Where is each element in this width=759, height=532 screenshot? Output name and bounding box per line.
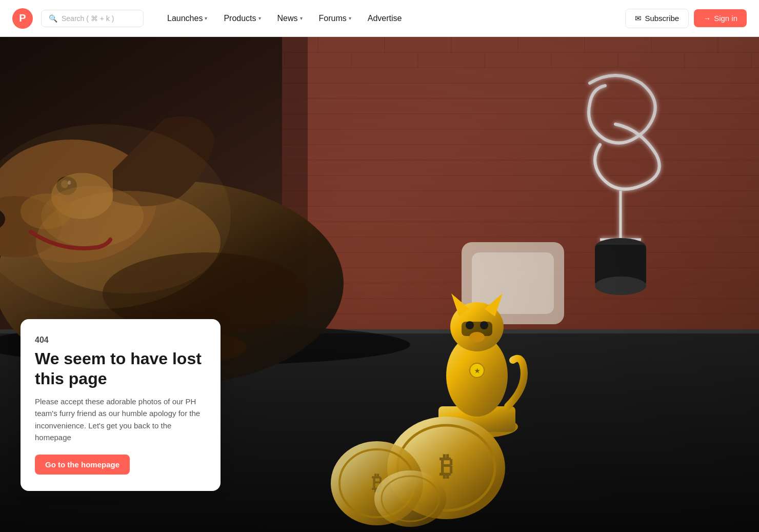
subscribe-icon: ✉ xyxy=(635,14,642,23)
nav-launches-label: Launches xyxy=(167,14,203,23)
signin-icon: → xyxy=(703,14,711,23)
nav-forums-label: Forums xyxy=(319,14,347,23)
chevron-down-icon: ▾ xyxy=(205,15,207,21)
subscribe-label: Subscribe xyxy=(645,14,679,23)
signin-label: Sign in xyxy=(714,14,737,23)
search-bar[interactable]: 🔍 Search ( ⌘ + k ) xyxy=(41,10,144,27)
hero-background: ★ ₿ ₿ xyxy=(0,37,759,532)
error-description: Please accept these adorable photos of o… xyxy=(35,396,206,443)
nav-right: ✉ Subscribe → Sign in xyxy=(625,9,747,28)
nav-item-news[interactable]: News ▾ xyxy=(270,10,310,27)
go-to-homepage-button[interactable]: Go to the homepage xyxy=(35,455,130,475)
navbar: P 🔍 Search ( ⌘ + k ) Launches ▾ Products… xyxy=(0,0,759,37)
subscribe-button[interactable]: ✉ Subscribe xyxy=(625,9,689,28)
search-icon: 🔍 xyxy=(49,14,57,23)
error-card: 404 We seem to have lost this page Pleas… xyxy=(21,319,221,491)
hero-section: ★ ₿ ₿ xyxy=(0,37,759,532)
nav-item-forums[interactable]: Forums ▾ xyxy=(312,10,358,27)
search-placeholder: Search ( ⌘ + k ) xyxy=(62,14,114,23)
nav-advertise-label: Advertise xyxy=(368,14,402,23)
nav-products-label: Products xyxy=(224,14,256,23)
nav-item-launches[interactable]: Launches ▾ xyxy=(160,10,214,27)
chevron-down-icon: ▾ xyxy=(349,15,351,21)
nav-item-advertise[interactable]: Advertise xyxy=(361,10,409,27)
nav-item-products[interactable]: Products ▾ xyxy=(216,10,268,27)
logo-letter: P xyxy=(19,12,26,24)
chevron-down-icon: ▾ xyxy=(300,15,303,21)
signin-button[interactable]: → Sign in xyxy=(694,9,747,27)
chevron-down-icon: ▾ xyxy=(258,15,261,21)
error-code: 404 xyxy=(35,336,206,345)
error-title: We seem to have lost this page xyxy=(35,349,206,388)
nav-news-label: News xyxy=(277,14,298,23)
nav-links: Launches ▾ Products ▾ News ▾ Forums ▾ Ad… xyxy=(160,10,617,27)
logo[interactable]: P xyxy=(12,8,33,29)
